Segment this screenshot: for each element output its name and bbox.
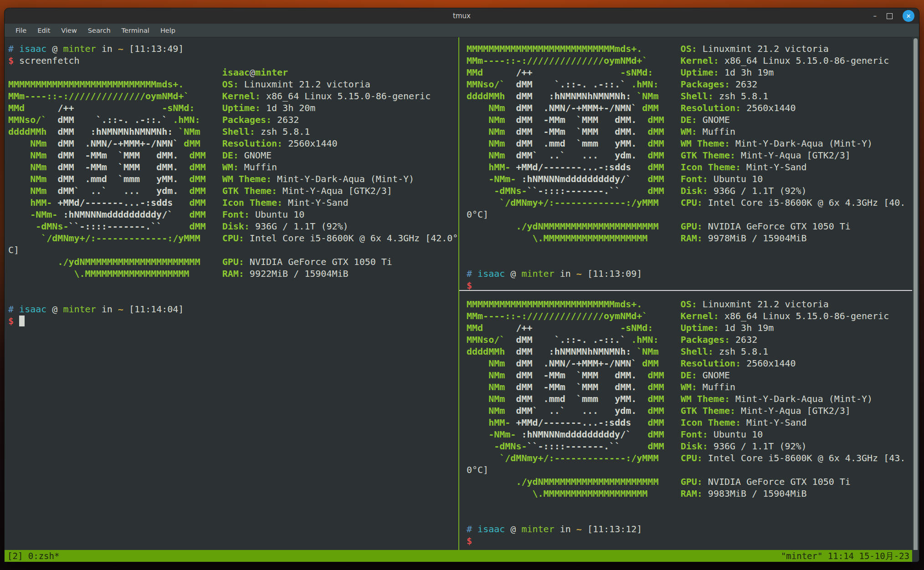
window-title: tmux bbox=[453, 12, 471, 20]
minimize-icon[interactable]: – bbox=[873, 13, 877, 20]
pane-top-right-content: MMMMMMMMMMMMMMMMMMMMMMMMMMMmds+. OS: Lin… bbox=[465, 40, 912, 290]
pane-bottom-right-content: MMMMMMMMMMMMMMMMMMMMMMMMMMMmds+. OS: Lin… bbox=[465, 295, 912, 550]
tmux-pane-top-right[interactable]: MMMMMMMMMMMMMMMMMMMMMMMMMMMmds+. OS: Lin… bbox=[463, 37, 912, 290]
status-window-list[interactable]: [2] 0:zsh* bbox=[7, 550, 59, 562]
terminal-window: tmux – ✕ FileEditViewSearchTerminalHelp … bbox=[5, 8, 919, 562]
menu-item-edit[interactable]: Edit bbox=[33, 25, 55, 36]
scrollbar-thumb[interactable] bbox=[914, 38, 918, 550]
scrollbar[interactable] bbox=[912, 37, 919, 550]
pane-left-content: # isaac @ minter in ~ [11:13:49] $ scree… bbox=[6, 40, 458, 550]
close-icon[interactable]: ✕ bbox=[903, 10, 914, 22]
title-bar[interactable]: tmux – ✕ bbox=[5, 8, 919, 24]
pane-divider-vertical[interactable] bbox=[458, 37, 459, 550]
tmux-status-bar: [2] 0:zsh* "minter" 11:14 15-10月-23 bbox=[5, 550, 912, 562]
terminal-area: # isaac @ minter in ~ [11:13:49] $ scree… bbox=[5, 37, 919, 550]
window-controls: – ✕ bbox=[873, 8, 915, 24]
tmux-pane-bottom-right[interactable]: MMMMMMMMMMMMMMMMMMMMMMMMMMMmds+. OS: Lin… bbox=[463, 291, 912, 550]
menu-bar: FileEditViewSearchTerminalHelp bbox=[5, 24, 919, 37]
menu-item-view[interactable]: View bbox=[56, 25, 81, 36]
menu-item-help[interactable]: Help bbox=[156, 25, 180, 36]
menu-item-terminal[interactable]: Terminal bbox=[117, 25, 154, 36]
status-host-clock: "minter" 11:14 15-10月-23 bbox=[781, 550, 909, 562]
menu-item-search[interactable]: Search bbox=[83, 25, 115, 36]
menu-item-file[interactable]: File bbox=[11, 25, 31, 36]
tmux-pane-left[interactable]: # isaac @ minter in ~ [11:13:49] $ scree… bbox=[5, 37, 458, 550]
maximize-icon[interactable] bbox=[887, 13, 893, 19]
